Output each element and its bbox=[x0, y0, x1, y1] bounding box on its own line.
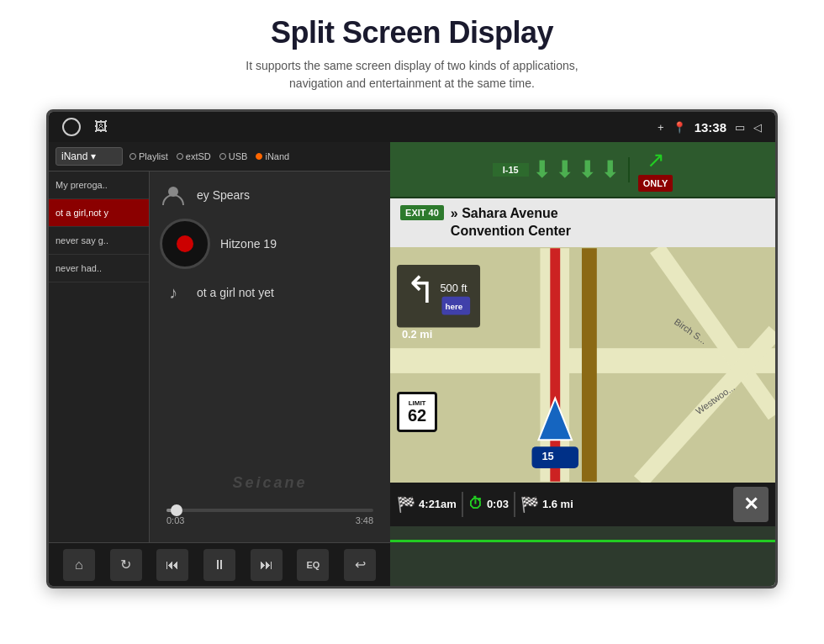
home-circle-icon bbox=[62, 118, 81, 136]
nav-separator-1 bbox=[462, 492, 463, 517]
track-name: ot a girl not yet bbox=[197, 286, 274, 299]
svg-rect-5 bbox=[582, 248, 597, 482]
only-label: ONLY bbox=[638, 175, 673, 192]
page-header: Split Screen Display It supports the sam… bbox=[0, 0, 824, 101]
nav-distance: 🏁 1.6 mi bbox=[520, 495, 728, 514]
exit-banner: EXIT 40 » Sahara Avenue Convention Cente… bbox=[390, 198, 775, 247]
progress-area: 0:03 3:48 bbox=[160, 502, 380, 532]
home-button[interactable]: ⌂ bbox=[63, 549, 95, 581]
player-main: ey Spears Hitzone 19 ♪ bbox=[150, 172, 390, 542]
nav-close-button[interactable]: ✕ bbox=[733, 487, 769, 522]
main-content: iNand ▾ Playlist extSD USB bbox=[49, 142, 775, 586]
album-name: Hitzone 19 bbox=[220, 237, 277, 251]
flag-start-icon: 🏁 bbox=[397, 495, 415, 514]
playlist-item-3[interactable]: never had.. bbox=[49, 255, 149, 282]
speed-limit-value: 62 bbox=[408, 407, 426, 424]
music-panel: iNand ▾ Playlist extSD USB bbox=[49, 142, 390, 586]
progress-total: 3:48 bbox=[356, 515, 373, 525]
play-pause-button[interactable]: ⏸ bbox=[203, 549, 235, 581]
sign-divider bbox=[628, 157, 630, 182]
nav-duration: ⏱ 0:03 bbox=[468, 495, 509, 513]
source-usb[interactable]: USB bbox=[219, 151, 248, 161]
progress-times: 0:03 3:48 bbox=[160, 512, 380, 525]
arrow-down-4-icon: ⬇ bbox=[600, 156, 620, 183]
progress-thumb[interactable] bbox=[171, 504, 182, 516]
source-options: Playlist extSD USB iNand bbox=[129, 151, 383, 161]
source-inand[interactable]: iNand bbox=[256, 151, 289, 161]
clock-icon: ⏱ bbox=[468, 495, 483, 513]
album-row: Hitzone 19 bbox=[160, 219, 380, 269]
svg-text:here: here bbox=[445, 301, 462, 310]
highway-sign: I-15 ⬇ ⬇ ⬇ ⬇ ↗ ONLY bbox=[390, 142, 775, 198]
eta-time: 4:21am bbox=[419, 498, 457, 510]
source-inand-label: iNand bbox=[265, 151, 289, 161]
exit-destination: » Sahara Avenue Convention Center bbox=[451, 205, 571, 240]
artist-name: ey Spears bbox=[197, 188, 250, 202]
arrow-down-2-icon: ⬇ bbox=[555, 156, 574, 183]
nav-panel: I-15 ⬇ ⬇ ⬇ ⬇ ↗ ONLY EXIT 40 » Sahara Ave… bbox=[390, 142, 775, 586]
status-right: + 📍 13:38 ▭ ◁ bbox=[658, 120, 762, 135]
progress-bar[interactable] bbox=[166, 509, 373, 512]
map-area: Birch S... Westwoo... ↰ 500 ft here 0.2 … bbox=[390, 247, 775, 483]
back-icon: ◁ bbox=[753, 121, 762, 134]
arrow-down-1-icon: ⬇ bbox=[532, 156, 552, 183]
next-button[interactable]: ⏭ bbox=[251, 549, 283, 581]
track-info: ey Spears Hitzone 19 ♪ bbox=[160, 182, 380, 502]
source-playlist-label: Playlist bbox=[139, 151, 168, 161]
source-usb-label: USB bbox=[229, 151, 248, 161]
player-main-wrapper: ey Spears Hitzone 19 ♪ bbox=[150, 172, 390, 542]
distance-value: 1.6 mi bbox=[542, 498, 573, 510]
transport-bar: ⌂ ↻ ⏮ ⏸ ⏭ EQ ↩ bbox=[49, 542, 390, 586]
repeat-button[interactable]: ↻ bbox=[110, 549, 142, 581]
exit-street: » Sahara Avenue bbox=[451, 205, 571, 223]
track-row: ♪ ot a girl not yet bbox=[160, 279, 380, 306]
svg-text:0.2 mi: 0.2 mi bbox=[402, 328, 433, 340]
svg-text:↰: ↰ bbox=[405, 269, 436, 309]
exit-place: Convention Center bbox=[451, 223, 571, 240]
status-time: 13:38 bbox=[695, 120, 726, 135]
prev-button[interactable]: ⏮ bbox=[156, 549, 188, 581]
artist-icon bbox=[160, 182, 187, 209]
highway-id-label: I-15 bbox=[493, 163, 529, 177]
back-button[interactable]: ↩ bbox=[344, 549, 376, 581]
only-sign-group: ↗ ONLY bbox=[638, 147, 673, 192]
svg-rect-15 bbox=[532, 446, 579, 468]
speed-limit-sign: LIMIT 62 bbox=[397, 392, 437, 432]
arrow-down-3-icon: ⬇ bbox=[578, 156, 597, 183]
duration-value: 0:03 bbox=[487, 498, 509, 510]
source-dropdown[interactable]: iNand ▾ bbox=[55, 147, 123, 166]
radio-playlist-dot bbox=[129, 153, 136, 160]
eq-button[interactable]: EQ bbox=[297, 549, 329, 581]
image-icon: 🖼 bbox=[94, 119, 108, 135]
nav-progress-bar bbox=[390, 540, 775, 542]
source-bar: iNand ▾ Playlist extSD USB bbox=[49, 142, 390, 172]
nav-eta: 🏁 4:21am bbox=[397, 495, 457, 514]
svg-text:15: 15 bbox=[541, 450, 553, 462]
source-extsd-label: extSD bbox=[186, 151, 211, 161]
radio-inand-dot bbox=[256, 153, 262, 160]
svg-text:500 ft: 500 ft bbox=[441, 281, 468, 293]
device-frame: 🖼 + 📍 13:38 ▭ ◁ iNand ▾ Playlist bbox=[46, 109, 778, 589]
radio-usb-dot bbox=[219, 153, 226, 160]
music-note-icon: ♪ bbox=[160, 279, 187, 306]
artist-row: ey Spears bbox=[160, 182, 380, 209]
status-left: 🖼 bbox=[62, 118, 108, 136]
window-icon: ▭ bbox=[735, 121, 745, 134]
nav-separator-2 bbox=[514, 492, 515, 517]
source-playlist[interactable]: Playlist bbox=[129, 151, 168, 161]
svg-rect-4 bbox=[550, 248, 560, 482]
playlist-item-0[interactable]: My preroga.. bbox=[49, 172, 149, 199]
location-icon: 📍 bbox=[673, 121, 686, 134]
album-art bbox=[160, 219, 210, 269]
playlist-item-1[interactable]: ot a girl,not y bbox=[49, 199, 149, 227]
map-svg: Birch S... Westwoo... ↰ 500 ft here 0.2 … bbox=[390, 247, 775, 483]
dropdown-arrow-icon: ▾ bbox=[91, 150, 96, 162]
album-art-center bbox=[177, 235, 193, 252]
status-bar: 🖼 + 📍 13:38 ▭ ◁ bbox=[49, 112, 775, 142]
player-body: My preroga.. ot a girl,not y never say g… bbox=[49, 172, 390, 542]
radio-extsd-dot bbox=[177, 153, 183, 160]
source-extsd[interactable]: extSD bbox=[177, 151, 211, 161]
source-label: iNand bbox=[61, 150, 87, 162]
bluetooth-icon: + bbox=[658, 121, 664, 134]
playlist-item-2[interactable]: never say g.. bbox=[49, 227, 149, 255]
